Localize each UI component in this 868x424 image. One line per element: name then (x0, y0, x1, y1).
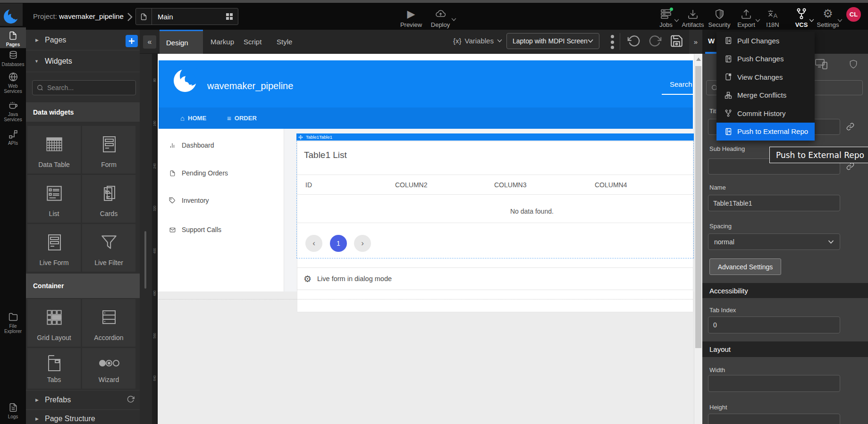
menu-item-push-to-external-repo[interactable]: Push to External Repo (716, 123, 815, 141)
name-label: Name (709, 184, 726, 191)
menu-item-view-changes[interactable]: View Changes (716, 68, 815, 86)
widget-tile-tabs[interactable]: Tabs (27, 348, 81, 389)
live-form-widget[interactable]: ⚙ Live form in dialog mode (297, 267, 693, 290)
table-title: Table1 List (304, 150, 347, 160)
column-header-column4[interactable]: COLUMN4 (595, 181, 627, 189)
group-data-widgets: Data widgets (26, 102, 140, 122)
nav-order[interactable]: ORDER (235, 115, 257, 122)
widget-tile-form[interactable]: Form (82, 126, 135, 174)
menu-item-pull-changes[interactable]: Pull Changes (716, 32, 815, 50)
chevron-down-icon (674, 19, 679, 22)
panel-scrollbar[interactable] (144, 231, 146, 289)
menu-item-merge-conflicts[interactable]: Merge Conflicts (716, 86, 815, 105)
bind-link-icon[interactable] (846, 162, 854, 170)
prefabs-accordion[interactable]: ▶ Prefabs (26, 390, 140, 410)
rail-item-databases[interactable]: Databases (0, 50, 26, 67)
widget-tile-cards[interactable]: Cards (82, 175, 135, 223)
properties-tab[interactable]: W (708, 37, 715, 45)
export-button[interactable]: Export (734, 7, 758, 28)
page-tab-main[interactable]: Main (135, 8, 238, 25)
scroll-up-arrow-icon[interactable] (696, 58, 701, 61)
app-header[interactable]: wavemaker_pipeline Search ⌂ HOME ≡ ORDER (159, 60, 693, 129)
deploy-button[interactable]: Deploy (427, 7, 454, 28)
vcs-button[interactable]: VCS (791, 7, 812, 28)
pagination-page-1[interactable]: 1 (330, 235, 347, 252)
rail-item-web-services[interactable]: Web Services (0, 72, 26, 94)
widget-search[interactable] (32, 80, 136, 95)
undo-button[interactable] (627, 34, 641, 48)
menu-item-support-calls[interactable]: Support Calls (159, 223, 284, 237)
name-input[interactable] (708, 195, 840, 211)
rail-item-pages[interactable]: Pages (0, 27, 26, 48)
widget-search-input[interactable] (47, 84, 127, 91)
widget-tile-grid-layout[interactable]: Grid Layout (27, 299, 81, 347)
widgets-accordion[interactable]: ▼ Widgets (26, 50, 140, 72)
rail-item-logs[interactable]: Logs (0, 403, 26, 419)
tab-design[interactable]: Design (160, 30, 203, 54)
spacing-select[interactable]: normal (708, 233, 840, 250)
redo-button[interactable] (648, 34, 662, 48)
empty-table-message: No data found. (510, 208, 554, 215)
variables-button[interactable]: {x} Variables (453, 37, 502, 45)
menu-item-commit-history[interactable]: Commit History (716, 104, 815, 123)
collapse-panel-button[interactable]: « (143, 35, 156, 49)
column-header-column3[interactable]: COLUMN3 (494, 181, 526, 189)
height-input[interactable] (708, 414, 840, 424)
column-header-id[interactable]: ID (305, 181, 312, 189)
widget-tile-live-form[interactable]: Live Form (27, 224, 81, 272)
add-page-button[interactable] (126, 35, 138, 47)
i18n-button[interactable]: A I18N (761, 7, 784, 28)
app-search-link[interactable]: Search (670, 80, 692, 88)
tab-style[interactable]: Style (270, 30, 299, 54)
widget-tile-live-filter[interactable]: Live Filter (82, 224, 135, 272)
artifacts-button[interactable]: Artifacts (680, 7, 706, 28)
menu-item-pending-orders[interactable]: Pending Orders (159, 166, 284, 180)
export-upload-icon (734, 7, 758, 20)
refresh-icon[interactable] (126, 395, 135, 404)
width-input[interactable] (708, 375, 840, 392)
page-tab-label: Main (158, 13, 226, 21)
selected-widget-bar[interactable]: Table1Table1 (296, 133, 694, 141)
nav-home[interactable]: HOME (188, 115, 206, 122)
pages-accordion[interactable]: ▶ Pages (26, 30, 140, 50)
settings-button[interactable]: ⚙ Settings (815, 7, 841, 28)
gear-icon: ⚙ (815, 7, 841, 20)
page-structure-accordion[interactable]: ▶ Page Structure (26, 412, 140, 424)
more-options-button[interactable] (609, 35, 615, 49)
bind-link-icon[interactable] (846, 123, 854, 131)
left-rail: Pages Databases Web Services Java Servic… (0, 26, 26, 424)
jobs-button[interactable]: Jobs (654, 7, 678, 28)
widget-tile-data-table[interactable]: Data Table (27, 126, 81, 174)
canvas-scrollbar-thumb[interactable] (695, 66, 701, 348)
selected-widget-label: Table1Table1 (306, 134, 332, 140)
rail-item-apis[interactable]: APIs (0, 129, 26, 146)
chevron-down-icon (588, 39, 593, 43)
pagination-prev-button[interactable]: ‹ (305, 235, 322, 252)
device-selector[interactable]: Laptop with MDPI Screen (506, 33, 599, 49)
tab-markup[interactable]: Markup (204, 30, 241, 54)
tab-index-input[interactable] (708, 316, 840, 333)
tab-script[interactable]: Script (237, 30, 268, 54)
devices-icon[interactable] (815, 59, 828, 69)
shield-outline-icon[interactable] (849, 59, 858, 69)
user-avatar[interactable]: CL (846, 7, 861, 22)
expand-panel-button[interactable]: » (689, 30, 702, 54)
security-button[interactable]: Security (707, 7, 732, 28)
save-button[interactable] (669, 34, 684, 48)
pagination-next-button[interactable]: › (354, 235, 371, 252)
widget-tile-wizard[interactable]: Wizard (82, 348, 135, 389)
column-header-column2[interactable]: COLUMN2 (395, 181, 427, 189)
jobs-status-dot (670, 8, 673, 11)
rail-item-java-services[interactable]: Java Services (0, 100, 26, 122)
rail-item-file-explorer[interactable]: File Explorer (0, 312, 26, 334)
menu-item-push-changes[interactable]: Push Changes (716, 50, 815, 68)
advanced-settings-button[interactable]: Advanced Settings (709, 258, 781, 275)
widget-tile-accordion[interactable]: Accordion (82, 299, 135, 347)
order-list-icon: ≡ (227, 114, 231, 122)
grid-view-icon[interactable] (226, 13, 233, 20)
menu-item-dashboard[interactable]: Dashboard (159, 138, 284, 152)
widget-tile-list[interactable]: List (27, 175, 81, 223)
preview-button[interactable]: ▶ Preview (397, 7, 425, 28)
menu-item-inventory[interactable]: Inventory (159, 193, 284, 208)
canvas-scrollbar[interactable] (694, 54, 702, 424)
